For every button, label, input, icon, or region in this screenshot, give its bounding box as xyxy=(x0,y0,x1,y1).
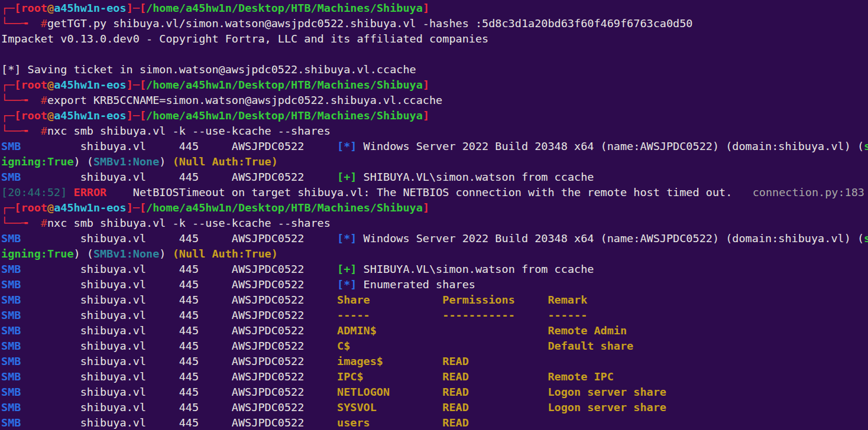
text-segment: ]─[ xyxy=(127,109,146,122)
prompt-line-1: ┌─[root@a45hw1n-eos]─[/home/a45hw1n/Desk… xyxy=(1,1,868,16)
text-segment: ) xyxy=(159,247,172,260)
text-segment: [+] xyxy=(337,171,357,183)
text-segment: ] xyxy=(423,2,429,14)
text-segment: NETLOGON READ Logon server share xyxy=(337,386,666,398)
command-nxc-1: └──╼ #nxc smb shibuya.vl -k --use-kcache… xyxy=(1,123,868,139)
ticket-saved-line: [*] Saving ticket in simon.watson@awsjpd… xyxy=(1,62,868,77)
text-segment: ERROR xyxy=(74,186,107,198)
text-segment: # xyxy=(41,17,47,30)
text-segment: /home/a45hw1n/Desktop/HTB/Machines/Shibu… xyxy=(146,79,423,91)
text-segment: Enumerated shares xyxy=(357,278,475,291)
error-line: [20:44:52] ERROR NetBIOSTimeout on targe… xyxy=(1,185,868,200)
text-segment: root xyxy=(21,201,47,214)
text-segment: shibuya.vl 445 AWSJPDC0522 xyxy=(21,386,337,398)
text-segment: SMB xyxy=(1,370,21,383)
share-row-netlogon: SMB shibuya.vl 445 AWSJPDC0522 NETLOGON … xyxy=(1,385,868,400)
text-segment: (Null Auth:True) xyxy=(173,247,278,260)
impacket-banner: Impacket v0.13.0.dev0 - Copyright Fortra… xyxy=(1,31,868,47)
text-segment: SMB xyxy=(1,386,21,398)
text-segment: SMB xyxy=(1,140,21,152)
text-segment: @ xyxy=(47,201,54,214)
blank-line xyxy=(1,47,868,62)
text-segment: shibuya.vl 445 AWSJPDC0522 xyxy=(21,232,337,245)
text-segment: ]─[ xyxy=(127,79,146,91)
text-segment: users READ xyxy=(337,416,469,429)
prompt-line-4: ┌─[root@a45hw1n-eos]─[/home/a45hw1n/Desk… xyxy=(1,200,868,216)
text-segment: /home/a45hw1n/Desktop/HTB/Machines/Shibu… xyxy=(146,2,423,14)
text-segment: (Null Auth:True) xyxy=(173,155,278,168)
text-segment: @ xyxy=(47,2,54,14)
text-segment: ] xyxy=(423,201,429,214)
text-segment: ----- ----------- ------ xyxy=(337,309,587,321)
smb-info-line-2: SMB shibuya.vl 445 AWSJPDC0522 [*] Windo… xyxy=(1,231,868,246)
text-segment: ] xyxy=(423,109,429,122)
text-segment: SHIBUYA.VL\simon.watson from ccache xyxy=(357,263,594,275)
terminal[interactable]: ┌─[root@a45hw1n-eos]─[/home/a45hw1n/Desk… xyxy=(0,0,868,430)
prompt-line-2: ┌─[root@a45hw1n-eos]─[/home/a45hw1n/Desk… xyxy=(1,77,868,93)
smb-info-wrap-2: igning:True) (SMBv1:None) (Null Auth:Tru… xyxy=(1,246,868,262)
text-segment: ) xyxy=(159,155,172,168)
text-segment: shibuya.vl 445 AWSJPDC0522 xyxy=(21,278,337,291)
text-segment: Windows Server 2022 Build 20348 x64 (nam… xyxy=(357,140,864,152)
share-row-users: SMB shibuya.vl 445 AWSJPDC0522 users REA… xyxy=(1,415,868,430)
text-segment: SMB xyxy=(1,416,21,429)
share-row-sysvol: SMB shibuya.vl 445 AWSJPDC0522 SYSVOL RE… xyxy=(1,400,868,415)
text-segment: SMB xyxy=(1,263,21,275)
text-segment: SMB xyxy=(1,340,21,352)
text-segment: Windows Server 2022 Build 20348 x64 (nam… xyxy=(357,232,864,245)
text-segment: s xyxy=(864,140,868,152)
text-segment: shibuya.vl 445 AWSJPDC0522 xyxy=(21,140,337,152)
text-segment: ADMIN$ Remote Admin xyxy=(337,324,627,337)
text-segment: shibuya.vl 445 AWSJPDC0522 xyxy=(21,370,337,383)
text-segment: /home/a45hw1n/Desktop/HTB/Machines/Shibu… xyxy=(146,109,423,122)
text-segment: ]─[ xyxy=(127,201,146,214)
text-segment: SMB xyxy=(1,401,21,413)
command-export: └──╼ #export KRB5CCNAME=simon.watson@aws… xyxy=(1,93,868,108)
text-segment: ]─[ xyxy=(127,2,146,14)
text-segment: SMB xyxy=(1,294,21,306)
text-segment: a45hw1n-eos xyxy=(54,109,127,122)
text-segment: getTGT.py shibuya.vl/simon.watson@awsjpd… xyxy=(47,17,693,30)
text-segment: [*] Saving ticket in simon.watson@awsjpd… xyxy=(1,63,416,76)
text-segment: IPC$ READ Remote IPC xyxy=(337,370,614,383)
share-header-row: SMB shibuya.vl 445 AWSJPDC0522 Share Per… xyxy=(1,292,868,308)
text-segment: ┌─[ xyxy=(1,109,21,122)
text-segment: root xyxy=(21,109,47,122)
text-segment: # xyxy=(41,125,47,137)
text-segment: images$ READ xyxy=(337,355,469,367)
text-segment: a45hw1n-eos xyxy=(54,79,127,91)
text-segment: ) ( xyxy=(74,247,93,260)
text-segment: ┌─[ xyxy=(1,2,21,14)
text-segment: @ xyxy=(47,79,54,91)
smb-info-wrap-1: igning:True) (SMBv1:None) (Null Auth:Tru… xyxy=(1,154,868,170)
text-segment: ] xyxy=(423,79,429,91)
text-segment: SMB xyxy=(1,171,21,183)
prompt-line-3: ┌─[root@a45hw1n-eos]─[/home/a45hw1n/Desk… xyxy=(1,108,868,123)
text-segment: shibuya.vl 445 AWSJPDC0522 xyxy=(21,294,337,306)
text-segment: igning:True xyxy=(1,247,74,260)
text-segment: shibuya.vl 445 AWSJPDC0522 xyxy=(21,416,337,429)
text-segment: SMB xyxy=(1,324,21,337)
text-segment: └──╼ xyxy=(1,17,41,30)
text-segment: @ xyxy=(47,109,54,122)
text-segment: └──╼ xyxy=(1,94,41,106)
text-segment: s xyxy=(864,232,868,245)
text-segment: shibuya.vl 445 AWSJPDC0522 xyxy=(21,340,337,352)
text-segment: a45hw1n-eos xyxy=(54,201,127,214)
text-segment: SMB xyxy=(1,355,21,367)
text-segment: shibuya.vl 445 AWSJPDC0522 xyxy=(21,401,337,413)
text-segment: └──╼ xyxy=(1,125,41,137)
smb-auth-line-2: SMB shibuya.vl 445 AWSJPDC0522 [+] SHIBU… xyxy=(1,262,868,277)
text-segment: SHIBUYA.VL\simon.watson from ccache xyxy=(357,171,594,183)
share-row-admin: SMB shibuya.vl 445 AWSJPDC0522 ADMIN$ Re… xyxy=(1,323,868,338)
share-divider-row: SMB shibuya.vl 445 AWSJPDC0522 ----- ---… xyxy=(1,308,868,323)
share-row-images: SMB shibuya.vl 445 AWSJPDC0522 images$ R… xyxy=(1,354,868,369)
text-segment: ┌─[ xyxy=(1,79,21,91)
text-segment: SYSVOL READ Logon server share xyxy=(337,401,666,413)
text-segment: └──╼ xyxy=(1,217,41,229)
text-segment: [*] xyxy=(337,278,357,291)
text-segment: [*] xyxy=(337,232,357,245)
text-segment: NetBIOSTimeout on target shibuya.vl: The… xyxy=(106,186,732,198)
text-segment: SMBv1:None xyxy=(93,247,159,260)
text-segment: connection.py:183 xyxy=(753,185,864,200)
